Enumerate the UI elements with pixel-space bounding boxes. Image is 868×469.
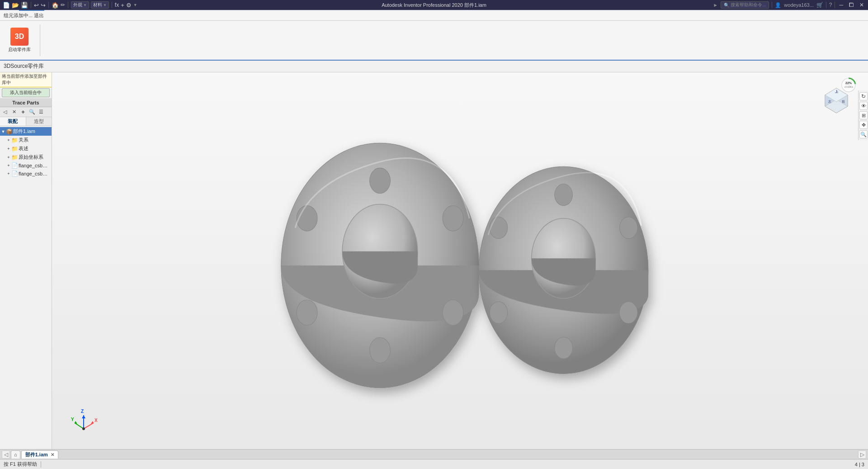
panel-notify-line1: 将当前部件添加至部件库中 [2,73,50,86]
pan-tool-btn[interactable]: ✥ [859,121,868,129]
svg-text:上: 上 [835,90,839,93]
panel-tabs: 装配 造型 [0,117,52,126]
tree-item-part1[interactable]: + 📄 flange_csb_pn_16_r [0,161,52,170]
views-expand-icon: + [6,147,11,151]
tree-item-root[interactable]: ▼ 📦 部件1.iam [0,127,52,136]
tree-item-relations[interactable]: + 📁 关系 [0,136,52,144]
status-sep [41,461,41,468]
close-button[interactable]: ✕ [858,2,865,8]
main-viewport[interactable]: 上 左 前 22% +0.02K/s ↻ 👁 ⊞ ✥ 🔍 X [52,72,868,449]
3dsource-label: 启动零件库 [8,47,31,53]
look-tool-btn[interactable]: 👁 [859,102,868,110]
home-tab-icon: ⌂ [14,452,17,457]
file-tab-btn[interactable]: 部件1.iam ✕ [21,450,58,459]
appearance-arrow: ▼ [83,3,87,7]
qa-sep5 [772,2,772,8]
views-label: 表述 [19,145,28,152]
username-label[interactable]: wodeya163... [784,2,813,8]
root-icon: 📦 [6,128,13,135]
new-icon[interactable]: 📄 [3,2,10,9]
panel-header: Trace Parts [0,98,52,107]
qa-sep7 [835,2,835,8]
addon-sublabel-bar: 3DSource零件库 [0,61,868,72]
tree-item-views[interactable]: + 📁 表述 [0,144,52,153]
cart-icon[interactable]: 🛒 [816,2,823,8]
tab-modeling[interactable]: 造型 [26,117,52,126]
bottom-nav-left[interactable]: ◁ [2,450,10,459]
appearance-dropdown[interactable]: 外观 ▼ [71,1,89,9]
material-arrow: ▼ [103,3,107,7]
root-expand-icon: ▼ [1,129,5,134]
dropdown-arrow-icon[interactable]: ▼ [133,3,137,7]
open-icon[interactable]: 📂 [12,2,19,9]
home-icon[interactable]: 🏠 [52,2,59,9]
views-icon: 📁 [11,146,18,152]
rel-icon: 📁 [11,137,18,143]
part1-expand-icon: + [6,163,11,168]
add-icon[interactable]: + [121,2,124,9]
svg-text:+0.02K/s: +0.02K/s [844,85,853,88]
panel-menu-icon[interactable]: ☰ [37,108,45,116]
undo-icon[interactable]: ↩ [34,2,39,9]
tree-item-part2[interactable]: + 📄 flange_csb_pn_16_r [0,170,52,178]
help-icon[interactable]: ? [829,2,832,8]
maximize-button[interactable]: ⧠ [847,2,855,8]
search-box[interactable]: 🔍 搜索帮助和命令... [721,1,769,9]
search-icon: 🔍 [724,3,729,8]
part2-label: flange_csb_pn_16_r [19,171,50,176]
qa-sep6 [826,2,826,8]
3d-icon: 3D [10,28,28,46]
root-label: 部件1.iam [13,128,35,135]
search-placeholder: 搜索帮助和命令... [731,2,766,8]
qa-sep4 [112,2,112,8]
axis-indicator: X Y Z [70,408,97,436]
axis-svg: X Y Z [70,408,97,436]
nav-cube[interactable]: 上 左 前 22% +0.02K/s [818,79,854,115]
origin-label: 原始坐标系 [19,154,43,161]
panel-close-icon[interactable]: ✕ [10,108,18,116]
svg-point-6 [443,300,463,325]
simulate-icon[interactable]: ⚙ [126,2,132,9]
panel-back-icon[interactable]: ◁ [1,108,9,116]
tree-item-origin[interactable]: + 📁 原始坐标系 [0,153,52,161]
minimize-button[interactable]: ─ [838,2,844,8]
file-tab-close-icon[interactable]: ✕ [51,452,54,457]
qa-sep [31,2,31,8]
svg-point-11 [490,217,508,239]
3dsource-button[interactable]: 3D 启动零件库 [4,26,35,55]
svg-point-15 [555,337,573,359]
part1-label: flange_csb_pn_16_r [19,163,50,168]
breadcrumb-sep: ► [713,2,718,8]
addon-sublabel: 3DSource零件库 [4,62,44,70]
svg-point-5 [443,206,463,231]
material-dropdown[interactable]: 材料 ▼ [91,1,109,9]
zoom-region-tool-btn[interactable]: ⊞ [859,111,868,119]
sketch-icon[interactable]: ✏ [61,2,65,8]
svg-point-10 [555,184,573,206]
flange-right-group [479,166,648,374]
panel-notify-btn[interactable]: 添入当前组合中 [2,88,50,97]
svg-point-12 [490,302,508,323]
save-icon[interactable]: 💾 [21,2,28,9]
home-tab-btn[interactable]: ⌂ [11,450,20,459]
material-label: 材料 [93,2,102,8]
zoom-tool-btn[interactable]: 🔍 [859,130,868,138]
orbit-tool-btn[interactable]: ↻ [859,92,868,100]
redo-icon[interactable]: ↪ [41,2,46,9]
side-panel: 将当前部件添加至部件库中 添入当前组合中 Trace Parts ◁ ✕ + 🔍… [0,72,52,449]
qa-sep3 [68,2,68,8]
svg-text:Z: Z [81,409,84,414]
file-tab-label: 部件1.iam [25,451,48,458]
ribbon-separator [40,24,40,56]
panel-add-icon[interactable]: + [19,108,27,116]
part2-icon: 📄 [11,171,18,177]
bottom-nav-right[interactable]: ▷ [858,450,866,459]
panel-search-icon[interactable]: 🔍 [28,108,36,116]
formula-icon[interactable]: fx [115,2,119,8]
tab-assembly[interactable]: 装配 [0,117,26,126]
panel-toolbar: ◁ ✕ + 🔍 ☰ [0,107,52,117]
title-bar: 📄 📂 💾 ↩ ↪ 🏠 ✏ 外观 ▼ 材料 ▼ fx + ⚙ ▼ Autodes… [0,0,868,10]
svg-text:X: X [94,418,97,423]
ribbon-area: 组元添加中... 退出 3D 启动零件库 [0,21,868,61]
status-number: 4 | 3 [855,462,864,467]
